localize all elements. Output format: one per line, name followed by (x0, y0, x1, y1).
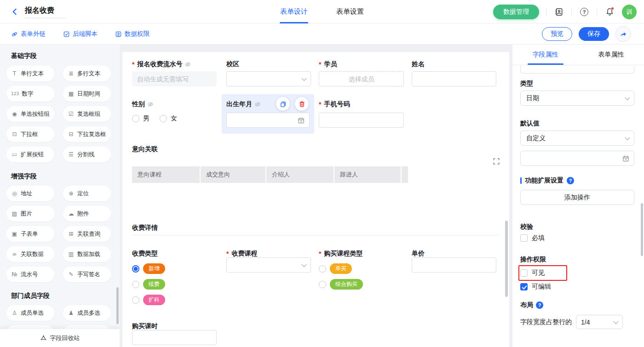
data-manage-button[interactable]: 数据管理 (493, 5, 539, 19)
field-item-location[interactable]: ⊕定位 (63, 186, 111, 201)
share-button[interactable] (615, 26, 631, 42)
add-action-button[interactable]: 添加操作 (520, 190, 634, 205)
type-select[interactable]: 日期 (520, 91, 634, 106)
related-data-icon: ∞ (11, 251, 18, 257)
field-item-member-multi[interactable]: ♟成员多选 (63, 305, 111, 321)
phone-field-label: 手机号码 (319, 100, 350, 108)
birth-field-label: 出生年月 (226, 100, 261, 108)
field-item-related-data[interactable]: ∞关联数据 (6, 246, 54, 262)
tab-field-properties[interactable]: 字段属性 (512, 45, 578, 65)
canvas-scrollbar-thumb[interactable] (505, 221, 508, 297)
copy-field-button[interactable] (276, 97, 290, 111)
tab-form-design[interactable]: 表单设计 (280, 0, 308, 23)
name-input[interactable] (412, 71, 496, 86)
student-picker[interactable] (319, 71, 404, 86)
editable-checkbox[interactable] (520, 283, 528, 290)
tab-form-settings[interactable]: 表单设置 (336, 0, 364, 23)
field-item-signature[interactable]: ✎手写签名 (63, 267, 111, 282)
fee-type-option-expand[interactable]: 扩科 (132, 295, 165, 305)
radio-expand[interactable] (132, 296, 139, 304)
gender-option-female[interactable]: 女 (160, 114, 177, 123)
fee-type-option-renew[interactable]: 续费 (132, 279, 165, 290)
serial-input[interactable] (132, 71, 217, 86)
gender-option-male[interactable]: 男 (132, 114, 150, 123)
default-value-select[interactable]: 自定义 (520, 131, 634, 146)
help-badge-icon[interactable]: ? (567, 177, 574, 184)
radio-combo-buy[interactable] (319, 281, 326, 288)
field-item-multi-line-text[interactable]: ≣多行文本 (63, 66, 111, 81)
buy-type-option-single[interactable]: 单买 (319, 263, 352, 274)
buy-hours-input[interactable] (132, 330, 217, 345)
field-item-attachment[interactable]: ☁附件 (63, 206, 111, 222)
required-checkbox[interactable] (520, 234, 528, 242)
backend-script-item[interactable]: 后端脚本 (63, 30, 98, 38)
required-checkbox-row[interactable]: 必填 (520, 234, 545, 242)
campus-select[interactable] (226, 71, 311, 86)
back-button[interactable] (11, 8, 19, 16)
extension-settings-header: 功能扩展设置 ? (520, 176, 574, 185)
field-item-serial-number[interactable]: №流水号 (6, 267, 54, 282)
field-width-select[interactable]: 1/4 (576, 315, 623, 329)
notification-bell-icon[interactable] (604, 6, 615, 17)
help-icon[interactable]: ? (579, 6, 590, 17)
field-item-radio-group[interactable]: ◉单选按钮组 (6, 106, 54, 122)
radio-female[interactable] (160, 115, 167, 122)
chevron-down-icon (625, 135, 630, 140)
fee-course-select[interactable] (226, 257, 311, 273)
delete-field-button[interactable] (295, 97, 309, 111)
radio-male[interactable] (132, 115, 139, 122)
page-title: 报名收费 (25, 5, 66, 18)
section-divider (132, 235, 500, 235)
default-date-input[interactable] (520, 151, 634, 166)
save-button[interactable]: 保存 (579, 27, 609, 41)
field-recycle-bin[interactable]: 字段回收站 (0, 329, 120, 347)
field-item-checkbox-group[interactable]: ☑复选框组 (63, 106, 111, 122)
tag-combo-buy: 组合购买 (330, 279, 363, 290)
phone-input[interactable] (319, 113, 404, 128)
column-header: 意向课程 (132, 166, 200, 183)
field-item-multi-dropdown[interactable]: ⊟下拉复选框 (63, 126, 111, 142)
field-item-member-single[interactable]: ♙成员单选 (6, 305, 54, 321)
user-avatar[interactable]: 训 (622, 5, 637, 19)
field-item-data-load[interactable]: ▥数据加载 (63, 246, 111, 262)
multi-line-text-icon: ≣ (68, 70, 75, 77)
tab-form-properties[interactable]: 表单属性 (578, 45, 644, 65)
fee-type-option-new[interactable]: 新增 (132, 263, 165, 274)
field-item-datetime[interactable]: ▦日期时间 (63, 86, 111, 102)
field-item-extend-button[interactable]: ▭扩展按钮 (6, 147, 54, 162)
address-book-icon[interactable] (553, 6, 564, 17)
field-item-number[interactable]: 123数字 (6, 86, 54, 102)
selected-field-birth[interactable]: 出生年月 (222, 94, 314, 134)
copy-icon (280, 101, 287, 108)
expand-icon[interactable] (493, 158, 500, 165)
divider (546, 8, 546, 16)
buy-type-option-combo[interactable]: 组合购买 (319, 279, 363, 290)
field-item-single-line-text[interactable]: T单行文本 (6, 66, 54, 81)
field-item-image[interactable]: ▨图片 (6, 206, 54, 222)
field-item-related-query[interactable]: ⊞关联查询 (63, 226, 111, 242)
visible-checkbox[interactable] (520, 269, 528, 277)
field-item-dropdown[interactable]: ⊡下拉框 (6, 126, 54, 142)
link-icon (11, 31, 18, 38)
name-field-label: 姓名 (412, 60, 425, 68)
radio-single-buy[interactable] (319, 265, 326, 273)
panel-partial-input[interactable] (520, 66, 634, 74)
field-item-subform[interactable]: ▣子表单 (6, 226, 54, 242)
radio-new[interactable] (132, 265, 139, 273)
visible-checkbox-row[interactable]: 可见 (520, 269, 545, 277)
panel-tabs: 字段属性 表单属性 (512, 45, 644, 65)
field-item-divider[interactable]: ☰分割线 (63, 147, 111, 162)
editable-checkbox-row[interactable]: 可编辑 (520, 283, 551, 291)
preview-button[interactable]: 预览 (542, 27, 572, 41)
radio-renew[interactable] (132, 281, 139, 288)
field-item-address[interactable]: ◎地址 (6, 186, 54, 201)
tag-expand: 扩科 (143, 295, 165, 305)
panel-scrollbar-thumb[interactable] (641, 203, 643, 256)
data-permission-item[interactable]: 数据权限 (115, 30, 150, 38)
student-field-label: 学员 (319, 60, 337, 68)
external-link-item[interactable]: 表单外链 (11, 30, 46, 38)
sidebar-scrollbar-thumb[interactable] (116, 287, 119, 324)
birth-date-input[interactable] (226, 113, 310, 128)
help-badge-icon[interactable]: ? (536, 301, 543, 309)
unit-price-input[interactable] (412, 257, 496, 273)
